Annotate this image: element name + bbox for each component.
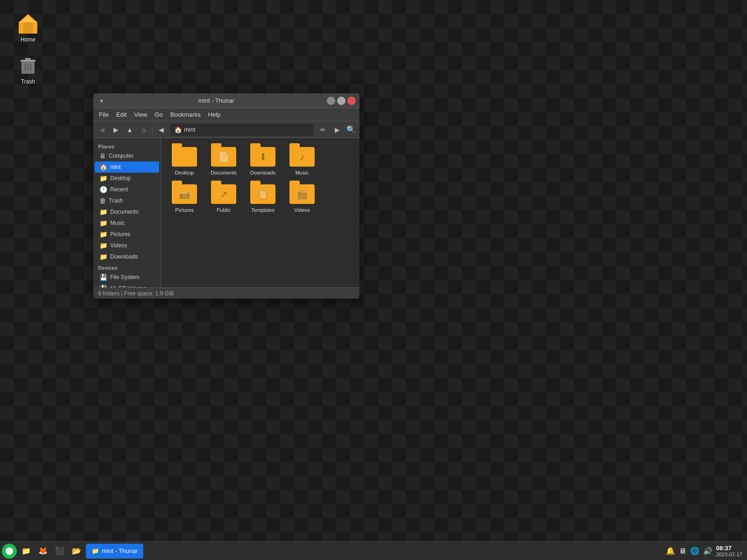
filesystem-icon: 💾 xyxy=(99,273,107,281)
edit-location-button[interactable]: ✏ xyxy=(317,123,330,136)
titlebar-controls: − □ × xyxy=(327,97,356,105)
folder-icon-templates: 📋 xyxy=(250,183,275,205)
home-button[interactable]: ⌂ xyxy=(137,123,150,136)
taskbar-folder-button[interactable]: 📂 xyxy=(69,544,84,559)
toggle-location-button[interactable]: ▶ xyxy=(331,123,344,136)
sidebar-item-computer[interactable]: 🖥 Computer xyxy=(95,150,159,161)
screen-icon[interactable]: 🖥 xyxy=(679,547,686,555)
pictures-icon: 📁 xyxy=(99,231,107,238)
clock: 08:37 2023-07-17 xyxy=(716,545,742,557)
taskbar-right: 🔔 🖥 🌐 🔊 08:37 2023-07-17 xyxy=(661,545,747,557)
folder-doc-overlay: 📄 xyxy=(218,151,230,162)
sidebar-label-downloads: Downloads xyxy=(110,253,138,260)
titlebar: ▾ mint - Thunar − □ × xyxy=(93,93,359,108)
sidebar-label-documents: Documents xyxy=(110,209,139,215)
active-window-icon: 📁 xyxy=(92,547,99,554)
taskbar-terminal-button[interactable]: ⬛ xyxy=(52,544,67,559)
statusbar-text: 8 folders | Free space: 1.9 GiB xyxy=(98,290,174,297)
taskbar-active-window[interactable]: 📁 mint - Thunar xyxy=(86,544,143,559)
forward-button[interactable]: ▶ xyxy=(109,123,122,136)
desktop: Home Trash ▾ mint - Thunar − □ × xyxy=(0,0,747,560)
sidebar-item-downloads[interactable]: 📁 Downloads xyxy=(95,251,159,262)
sidebar: Places 🖥 Computer 🏠 mint 📁 Desktop 🕐 Rec… xyxy=(93,138,161,287)
recent-icon: 🕐 xyxy=(99,186,107,193)
documents-icon: 📁 xyxy=(99,208,107,216)
file-item-videos[interactable]: 🎬 Videos xyxy=(283,180,321,216)
minimize-button[interactable]: − xyxy=(327,97,335,105)
sidebar-item-music[interactable]: 📁 Music xyxy=(95,217,159,229)
sidebar-item-16gb[interactable]: 💾 16 GB Volume xyxy=(95,283,159,287)
sidebar-item-documents[interactable]: 📁 Documents xyxy=(95,206,159,217)
sidebar-item-videos[interactable]: 📁 Videos xyxy=(95,240,159,251)
location-path: mint xyxy=(184,126,196,133)
sidebar-item-recent[interactable]: 🕐 Recent xyxy=(95,184,159,195)
sidebar-label-desktop: Desktop xyxy=(110,175,131,182)
file-item-pictures[interactable]: 📷 Pictures xyxy=(166,180,203,216)
sidebar-item-pictures[interactable]: 📁 Pictures xyxy=(95,229,159,240)
svg-rect-5 xyxy=(21,60,35,62)
svg-rect-6 xyxy=(25,58,31,60)
file-label-public: Public xyxy=(217,207,231,213)
menu-view[interactable]: View xyxy=(130,109,151,120)
trash-icon-label: Trash xyxy=(21,78,35,85)
file-item-documents[interactable]: 📄 Documents xyxy=(205,143,242,178)
svg-point-10 xyxy=(6,547,13,555)
folder-icon-music: ♪ xyxy=(289,146,315,168)
toggle-pathbar[interactable]: ◀ xyxy=(155,123,168,136)
sidebar-label-computer: Computer xyxy=(109,153,134,159)
sidebar-item-mint[interactable]: 🏠 mint xyxy=(95,161,159,173)
file-item-desktop[interactable]: Desktop xyxy=(166,143,203,178)
folder-icon-pictures: 📷 xyxy=(172,183,197,205)
folder-music-overlay: ♪ xyxy=(300,152,304,162)
titlebar-menu-btn[interactable]: ▾ xyxy=(97,96,106,105)
menu-go[interactable]: Go xyxy=(151,109,166,120)
back-button[interactable]: ◀ xyxy=(95,123,108,136)
menu-file[interactable]: File xyxy=(95,109,113,120)
file-item-downloads[interactable]: ⬇ Downloads xyxy=(244,143,282,178)
home-folder-icon xyxy=(17,12,39,35)
main-area: Places 🖥 Computer 🏠 mint 📁 Desktop 🕐 Rec… xyxy=(93,138,359,287)
volume-icon[interactable]: 🔊 xyxy=(703,546,712,555)
menu-bookmarks[interactable]: Bookmarks xyxy=(167,109,204,120)
maximize-button[interactable]: □ xyxy=(337,97,345,105)
sidebar-label-videos: Videos xyxy=(110,242,127,249)
mint-home-icon: 🏠 xyxy=(99,163,107,171)
thunar-window: ▾ mint - Thunar − □ × File Edit View Go … xyxy=(93,93,359,299)
mint-menu-button[interactable] xyxy=(2,544,17,559)
taskbar-firefox-button[interactable]: 🦊 xyxy=(35,544,50,559)
desktop-folder-icon: 📁 xyxy=(99,175,107,182)
network-status-icon[interactable]: 🌐 xyxy=(690,546,699,555)
sidebar-label-mint: mint xyxy=(110,164,121,170)
folder-icon-downloads: ⬇ xyxy=(250,146,275,168)
desktop-icon-home[interactable]: Home xyxy=(9,9,47,46)
close-button[interactable]: × xyxy=(347,97,356,105)
file-item-templates[interactable]: 📋 Templates xyxy=(244,180,282,216)
trash-icon xyxy=(17,54,39,77)
desktop-icon-trash[interactable]: Trash xyxy=(9,51,47,88)
sidebar-label-pictures: Pictures xyxy=(110,231,130,238)
up-button[interactable]: ▲ xyxy=(123,123,136,136)
taskbar: 📁 🦊 ⬛ 📂 📁 mint - Thunar 🔔 🖥 🌐 🔊 08:37 20… xyxy=(0,541,747,560)
file-label-documents: Documents xyxy=(211,170,237,175)
taskbar-files-button[interactable]: 📁 xyxy=(19,544,34,559)
sidebar-item-trash[interactable]: 🗑 Trash xyxy=(95,195,159,206)
file-label-desktop: Desktop xyxy=(175,170,194,175)
menu-help[interactable]: Help xyxy=(204,109,225,120)
toolbar-sep-1 xyxy=(152,125,153,134)
folder-icon-videos: 🎬 xyxy=(289,183,315,205)
file-label-pictures: Pictures xyxy=(175,207,194,213)
menu-edit[interactable]: Edit xyxy=(113,109,130,120)
file-label-music: Music xyxy=(296,170,309,175)
folder-public-overlay: ↗ xyxy=(220,189,228,200)
search-button[interactable]: 🔍 xyxy=(345,123,358,136)
file-label-downloads: Downloads xyxy=(250,170,275,175)
sidebar-item-desktop[interactable]: 📁 Desktop xyxy=(95,173,159,184)
computer-icon: 🖥 xyxy=(99,152,106,160)
file-item-music[interactable]: ♪ Music xyxy=(283,143,321,178)
sidebar-label-recent: Recent xyxy=(110,186,128,193)
file-item-public[interactable]: ↗ Public xyxy=(205,180,242,216)
active-window-label: mint - Thunar xyxy=(102,547,138,554)
notifications-icon[interactable]: 🔔 xyxy=(666,546,675,555)
sidebar-item-filesystem[interactable]: 💾 File System xyxy=(95,272,159,283)
location-crumb: 🏠 mint xyxy=(174,126,196,133)
